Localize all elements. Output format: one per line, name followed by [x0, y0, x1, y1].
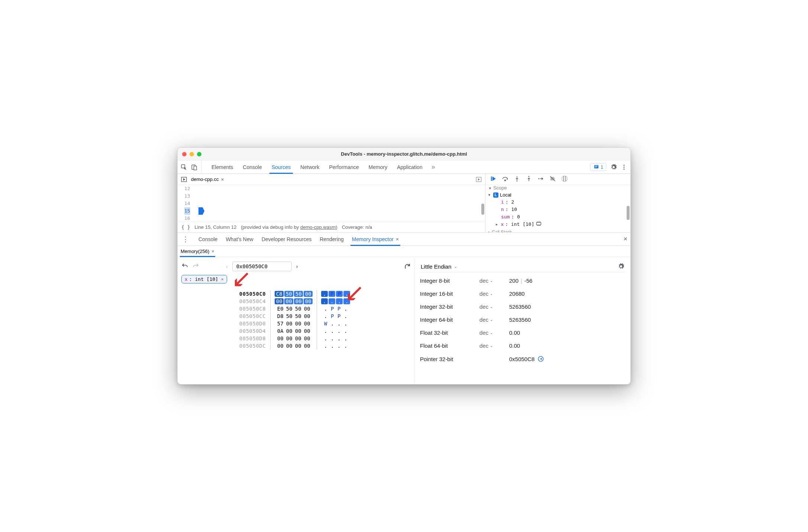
annotation-arrow-2-icon	[346, 285, 363, 303]
callstack-header[interactable]: ▸ Call Stack	[485, 228, 630, 232]
scope-local[interactable]: L Local	[485, 191, 630, 198]
svg-point-11	[517, 181, 518, 182]
deactivate-breakpoints-icon[interactable]	[549, 175, 556, 183]
hex-row[interactable]: 005050D40A000000....	[238, 327, 354, 335]
tab-sources[interactable]: Sources	[271, 160, 291, 173]
drawer-tab-devres[interactable]: Developer Resources	[262, 233, 312, 246]
navigator-toggle-icon[interactable]	[181, 176, 187, 183]
code-editor[interactable]: 12 13 14 15 16 17 /* initialize x */ for…	[178, 185, 485, 222]
pretty-print-icon[interactable]: { }	[181, 224, 190, 230]
svg-point-12	[529, 176, 530, 177]
svg-point-5	[624, 166, 625, 168]
coverage-status: Coverage: n/a	[342, 224, 372, 230]
file-tabs: demo-cpp.cc ×	[178, 174, 485, 185]
drawer-tab-console[interactable]: Console	[198, 233, 217, 246]
format-select-float64[interactable]: dec⌄	[479, 343, 509, 349]
line-number-gutter: 12 13 14 15 16 17	[178, 185, 193, 222]
scope-var-x[interactable]: x: int [10]	[501, 221, 630, 228]
editor-scrollbar[interactable]	[481, 204, 484, 215]
hex-row[interactable]: 005050DC00000000....	[238, 342, 354, 350]
addr-prev-icon[interactable]: ‹	[226, 263, 228, 269]
object-highlight-chip[interactable]: x: int [10] ✕	[181, 275, 227, 283]
tab-network[interactable]: Network	[300, 160, 320, 173]
resume-icon[interactable]	[490, 175, 497, 183]
tab-console[interactable]: Console	[242, 160, 262, 173]
format-select-int32[interactable]: dec⌄	[479, 304, 509, 310]
value-row-int64: Integer 64-bit dec⌄ 5263560	[420, 317, 625, 323]
cursor-position: Line 15, Column 12	[194, 224, 236, 230]
svg-rect-15	[536, 222, 541, 225]
value-row-float64: Float 64-bit dec⌄ 0.00	[420, 343, 625, 349]
drawer-tab-whatsnew[interactable]: What's New	[226, 233, 253, 246]
close-drawer-icon[interactable]: ×	[623, 235, 627, 243]
window-title: DevTools - memory-inspector.glitch.me/de…	[178, 151, 630, 157]
tab-performance[interactable]: Performance	[328, 160, 359, 173]
wasm-link[interactable]: demo-cpp.wasm	[300, 224, 336, 230]
jump-to-address-icon[interactable]	[537, 356, 544, 362]
step-over-icon[interactable]	[502, 175, 508, 183]
endianness-row: Little Endian⌄	[420, 261, 625, 272]
value-row-float32: Float 32-bit dec⌄ 0.00	[420, 330, 625, 336]
hex-row[interactable]: 005050D057000000W...	[238, 320, 354, 327]
memory-buffer-tab[interactable]: Memory(256) ×	[181, 246, 214, 257]
file-tab-label: demo-cpp.cc	[191, 176, 219, 182]
step-icon[interactable]	[537, 175, 544, 183]
memory-hex-pane: ‹ › x: int [10] ✕ 005050C0C8505000.PP.	[178, 257, 415, 384]
tab-elements[interactable]: Elements	[211, 160, 234, 173]
hex-row[interactable]: 005050C0C8505000.PP.	[238, 290, 354, 298]
address-input[interactable]	[232, 262, 292, 271]
drawer-tab-rendering[interactable]: Rendering	[320, 233, 344, 246]
chip-remove-icon[interactable]: ✕	[221, 277, 224, 282]
drawer-tab-memory-inspector[interactable]: Memory Inspector ×	[352, 233, 399, 246]
hex-row[interactable]: 005050CCD8505000.PP.	[238, 312, 354, 320]
tab-application[interactable]: Application	[396, 160, 423, 173]
memory-nav: ‹ ›	[181, 262, 411, 271]
issues-badge[interactable]: 1	[590, 163, 607, 171]
panel-tabbar: Elements Console Sources Network Perform…	[178, 160, 630, 174]
value-settings-gear-icon[interactable]	[618, 263, 624, 270]
refresh-icon[interactable]	[404, 263, 411, 270]
close-file-tab-icon[interactable]: ×	[221, 176, 224, 182]
drawer-kebab-icon[interactable]: ⋮	[181, 235, 190, 243]
more-tabs-chevron-icon[interactable]: »	[432, 163, 435, 171]
close-memory-tab-icon[interactable]: ×	[211, 249, 214, 254]
endianness-select[interactable]: Little Endian⌄	[421, 263, 457, 270]
kebab-menu-icon[interactable]	[621, 164, 627, 171]
device-toolbar-icon[interactable]	[191, 164, 198, 171]
addr-next-icon[interactable]: ›	[296, 263, 298, 269]
local-badge-icon: L	[493, 192, 498, 198]
format-select-int8[interactable]: dec⌄	[479, 278, 509, 284]
step-out-icon[interactable]	[526, 175, 532, 183]
devtools-window: DevTools - memory-inspector.glitch.me/de…	[177, 147, 631, 385]
scope-scrollbar[interactable]	[627, 206, 630, 220]
tab-memory[interactable]: Memory	[368, 160, 388, 173]
svg-rect-2	[194, 166, 197, 170]
settings-gear-icon[interactable]	[610, 164, 617, 171]
history-forward-icon[interactable]	[193, 263, 199, 270]
format-select-float32[interactable]: dec⌄	[479, 330, 509, 336]
close-drawer-tab-icon[interactable]: ×	[396, 236, 399, 242]
scope-var-n[interactable]: n: 10	[501, 206, 630, 213]
hex-row[interactable]: 005050C400000000....	[238, 298, 354, 305]
step-into-icon[interactable]	[514, 175, 520, 183]
titlebar: DevTools - memory-inspector.glitch.me/de…	[178, 148, 630, 160]
scope-var-i[interactable]: i: 2	[501, 198, 630, 206]
hex-row[interactable]: 005050C8E0505000.PP.	[238, 305, 354, 312]
debug-info-source: (provided via debug info by demo-cpp.was…	[241, 224, 337, 230]
annotation-arrow-1-icon	[233, 270, 251, 289]
format-select-int16[interactable]: dec⌄	[479, 291, 509, 297]
svg-rect-9	[491, 176, 492, 181]
inspect-element-icon[interactable]	[181, 164, 187, 171]
history-back-icon[interactable]	[181, 263, 188, 270]
hex-row[interactable]: 005050D800000000....	[238, 335, 354, 342]
file-tab-demo-cpp[interactable]: demo-cpp.cc ×	[191, 176, 224, 182]
reveal-in-memory-icon[interactable]	[536, 221, 542, 228]
value-row-int16: Integer 16-bit dec⌄ 20680	[420, 291, 625, 297]
scope-var-sum[interactable]: sum: 0	[501, 213, 630, 221]
code-lines: /* initialize x */ for (int i = 0; i < 1…	[193, 185, 485, 222]
format-select-int64[interactable]: dec⌄	[479, 317, 509, 323]
scope-section-header[interactable]: Scope	[485, 185, 630, 191]
snippets-run-icon[interactable]	[475, 176, 482, 183]
pause-on-exceptions-icon[interactable]	[561, 175, 568, 183]
memory-inspector-subtabs: Memory(256) ×	[178, 246, 630, 257]
